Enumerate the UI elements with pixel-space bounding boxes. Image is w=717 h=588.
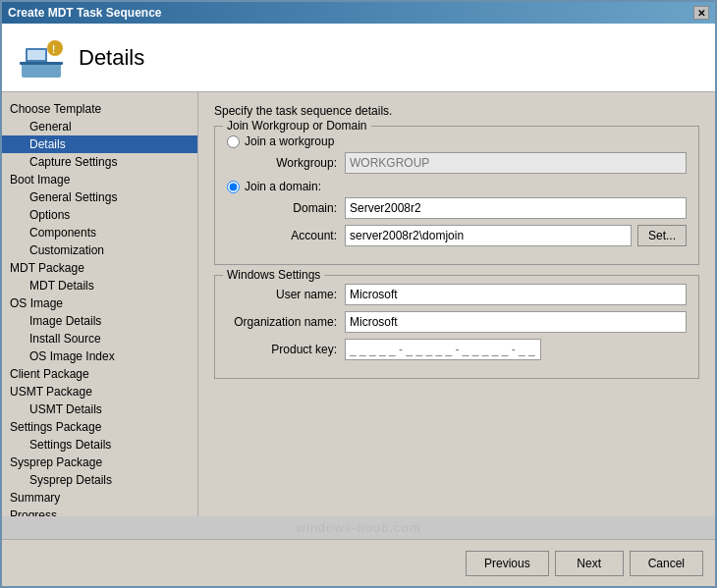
sidebar: Choose TemplateGeneralDetailsCapture Set… [2,92,198,516]
orgname-label: Organization name: [227,315,345,329]
set-button[interactable]: Set... [637,225,687,246]
sidebar-item[interactable]: MDT Package [2,259,197,277]
workgroup-input[interactable] [345,152,687,174]
sidebar-item[interactable]: Settings Details [2,436,197,454]
sidebar-item[interactable]: Install Source [2,330,197,347]
username-label: User name: [227,288,345,301]
account-label: Account: [227,229,345,242]
title-bar: Create MDT Task Sequence ✕ [2,2,715,24]
domain-radio[interactable] [227,181,240,193]
domain-radio-row: Join a domain: [227,180,687,193]
account-field-row: Account: Set... [227,225,687,246]
cancel-button[interactable]: Cancel [630,551,703,576]
workgroup-radio-row: Join a workgroup [227,134,687,148]
sidebar-item[interactable]: Capture Settings [2,153,197,171]
sidebar-item[interactable]: USMT Package [2,383,197,401]
close-button[interactable]: ✕ [693,6,709,20]
sidebar-item[interactable]: Options [2,206,197,224]
previous-button[interactable]: Previous [466,551,549,576]
header-title: Details [79,45,144,71]
sidebar-item[interactable]: Customization [2,241,197,259]
windows-group-box: Windows Settings User name: Organization… [214,275,699,379]
workgroup-radio-label: Join a workgroup [245,134,334,148]
sidebar-item[interactable]: Sysprep Package [2,454,197,471]
sidebar-item[interactable]: Components [2,224,197,241]
next-button[interactable]: Next [555,551,624,576]
productkey-label: Product key: [227,343,345,356]
sidebar-item[interactable]: OS Image [2,294,197,312]
domain-field-row: Domain: [227,197,687,219]
sidebar-item[interactable]: USMT Details [2,401,197,418]
sidebar-item[interactable]: Progress [2,507,197,516]
sidebar-item[interactable]: MDT Details [2,277,197,294]
header-icon: ! [18,34,65,81]
join-group-box: Join Workgroup or Domain Join a workgrou… [214,126,699,265]
main-window: Create MDT Task Sequence ✕ ! Details Cho… [0,0,717,588]
username-input[interactable] [345,284,687,305]
workgroup-radio[interactable] [227,135,240,148]
sidebar-item[interactable]: Sysprep Details [2,471,197,489]
windows-group-title: Windows Settings [223,268,324,282]
domain-radio-label: Join a domain: [245,180,321,193]
sidebar-item[interactable]: Image Details [2,312,197,330]
watermark: windows-noob.com [2,516,715,539]
sidebar-item[interactable]: Settings Package [2,418,197,436]
domain-input[interactable] [345,197,687,219]
header: ! Details [2,24,715,92]
sidebar-item[interactable]: Client Package [2,365,197,383]
productkey-row: Product key: [227,339,687,360]
sidebar-item[interactable]: General [2,118,197,135]
sidebar-item[interactable]: OS Image Index [2,347,197,365]
body: Choose TemplateGeneralDetailsCapture Set… [2,92,715,516]
sidebar-item[interactable]: Summary [2,489,197,507]
instructions-text: Specify the task sequence details. [214,104,699,118]
sidebar-item[interactable]: Boot Image [2,171,197,188]
sidebar-item[interactable]: Choose Template [2,100,197,118]
join-group-title: Join Workgroup or Domain [223,119,371,133]
sidebar-item[interactable]: General Settings [2,188,197,206]
window-title: Create MDT Task Sequence [8,6,162,20]
svg-rect-2 [28,50,45,60]
username-row: User name: [227,284,687,305]
main-content: Specify the task sequence details. Join … [198,92,715,516]
domain-label: Domain: [227,201,345,215]
productkey-input[interactable] [345,339,541,360]
workgroup-label: Workgroup: [227,156,345,170]
orgname-row: Organization name: [227,311,687,333]
svg-rect-3 [20,62,63,65]
workgroup-field-row: Workgroup: [227,152,687,174]
orgname-input[interactable] [345,311,687,333]
footer: Previous Next Cancel [2,539,715,586]
account-input[interactable] [345,225,632,246]
sidebar-item[interactable]: Details [2,135,197,153]
svg-text:!: ! [52,44,55,55]
